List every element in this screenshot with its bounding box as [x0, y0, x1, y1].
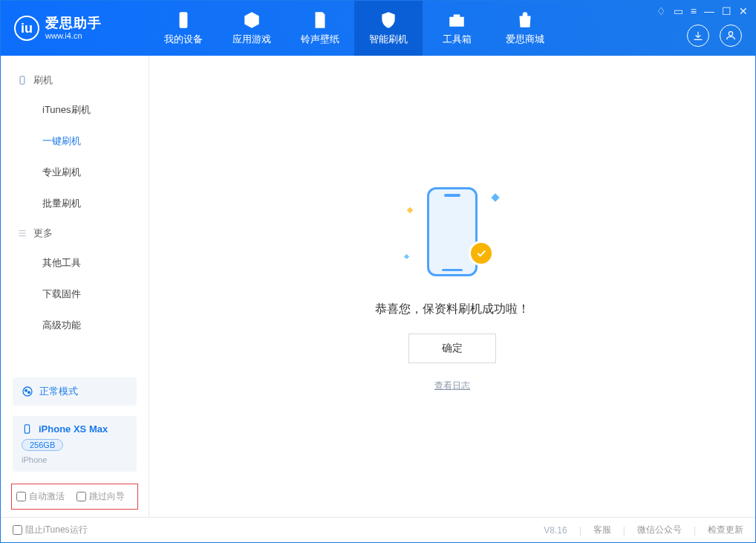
skip-guide-checkbox[interactable]: 跳过向导: [76, 490, 125, 503]
top-tabs: 我的设备 应用游戏 铃声壁纸 智能刷机 工具箱 爱思商城: [149, 1, 559, 56]
ok-button[interactable]: 确定: [408, 334, 496, 363]
tab-label: 铃声壁纸: [301, 33, 339, 46]
success-illustration: [400, 181, 504, 285]
layout-icon[interactable]: ▭: [674, 5, 683, 17]
header: iu 爱思助手 www.i4.cn 我的设备 应用游戏 铃声壁纸 智能刷机: [1, 1, 755, 56]
divider: |: [623, 525, 625, 536]
sidebar-spacer: [1, 341, 149, 370]
prevent-itunes-input[interactable]: [13, 525, 22, 535]
main-content: 恭喜您，保资料刷机成功啦！ 确定 查看日志: [149, 56, 755, 517]
svg-rect-2: [20, 77, 25, 85]
device-name-row: iPhone XS Max: [22, 423, 128, 435]
prevent-itunes-label: 阻止iTunes运行: [25, 524, 88, 536]
sidebar-item-onekey-flash[interactable]: 一键刷机: [1, 126, 149, 157]
flash-options-row: 自动激活 跳过向导: [11, 484, 138, 510]
sidebar-item-download-firmware[interactable]: 下载固件: [1, 279, 149, 310]
footer: 阻止iTunes运行 V8.16 | 客服 | 微信公众号 | 检查更新: [1, 517, 755, 542]
sidebar-item-pro-flash[interactable]: 专业刷机: [1, 157, 149, 188]
group-title: 刷机: [33, 74, 53, 87]
svg-rect-0: [180, 12, 188, 28]
version-label: V8.16: [544, 525, 567, 536]
skip-guide-label: 跳过向导: [89, 490, 125, 503]
svg-rect-6: [25, 425, 29, 433]
device-icon: [174, 10, 193, 30]
close-button[interactable]: ✕: [739, 5, 748, 17]
phone-illustration: [427, 187, 478, 276]
app-name-en: www.i4.cn: [45, 31, 102, 40]
user-icon: [725, 30, 737, 42]
tab-label: 我的设备: [164, 33, 203, 46]
tab-label: 爱思商城: [506, 33, 544, 46]
wechat-link[interactable]: 微信公众号: [637, 524, 682, 536]
bag-icon: [515, 10, 535, 30]
body: 刷机 iTunes刷机 一键刷机 专业刷机 批量刷机 更多 其他工具 下载固件 …: [1, 56, 755, 517]
mode-label: 正常模式: [39, 385, 78, 398]
minimize-button[interactable]: —: [704, 5, 714, 17]
check-icon: [475, 247, 487, 259]
spark-icon: [407, 207, 413, 212]
tab-smart-flash[interactable]: 智能刷机: [354, 1, 423, 56]
view-log-link[interactable]: 查看日志: [434, 380, 470, 392]
user-button[interactable]: [720, 25, 742, 47]
tab-label: 智能刷机: [369, 33, 408, 46]
app-window: iu 爱思助手 www.i4.cn 我的设备 应用游戏 铃声壁纸 智能刷机: [0, 0, 756, 543]
download-icon: [692, 30, 704, 42]
check-badge-icon: [469, 241, 494, 266]
svg-point-5: [28, 391, 30, 394]
phone-icon: [17, 75, 27, 85]
group-title: 更多: [33, 227, 53, 240]
spark-icon: [491, 193, 499, 201]
sidebar-group-more: 更多: [1, 219, 149, 247]
list-icon: [17, 228, 27, 238]
mode-icon: [22, 386, 33, 397]
logo: iu 爱思助手 www.i4.cn: [1, 16, 149, 41]
window-controls: ♢ ▭ ≡ — ☐ ✕: [656, 5, 748, 17]
divider: |: [579, 525, 581, 536]
footer-right: V8.16 | 客服 | 微信公众号 | 检查更新: [544, 524, 743, 536]
sidebar-item-itunes-flash[interactable]: iTunes刷机: [1, 94, 149, 126]
divider: |: [694, 525, 696, 536]
sidebar-item-other-tools[interactable]: 其他工具: [1, 247, 149, 279]
tab-label: 工具箱: [443, 33, 472, 46]
device-name: iPhone XS Max: [39, 423, 108, 435]
shirt-icon[interactable]: ♢: [656, 5, 666, 17]
music-file-icon: [310, 10, 330, 30]
tab-ringtones-wallpapers[interactable]: 铃声壁纸: [286, 1, 354, 56]
tab-store[interactable]: 爱思商城: [491, 1, 559, 56]
sidebar: 刷机 iTunes刷机 一键刷机 专业刷机 批量刷机 更多 其他工具 下载固件 …: [1, 56, 149, 517]
auto-activate-input[interactable]: [16, 492, 26, 501]
device-box[interactable]: iPhone XS Max 256GB iPhone: [13, 416, 137, 472]
logo-icon: iu: [14, 16, 39, 41]
menu-icon[interactable]: ≡: [691, 5, 697, 17]
tab-apps-games[interactable]: 应用游戏: [218, 1, 286, 56]
sidebar-group-flash: 刷机: [1, 66, 149, 94]
success-message: 恭喜您，保资料刷机成功啦！: [375, 302, 529, 317]
check-update-link[interactable]: 检查更新: [708, 524, 743, 536]
tab-my-device[interactable]: 我的设备: [149, 1, 218, 56]
spark-icon: [404, 253, 409, 259]
maximize-button[interactable]: ☐: [722, 5, 731, 17]
download-button[interactable]: [687, 25, 709, 47]
svg-point-1: [729, 32, 732, 36]
refresh-shield-icon: [379, 10, 398, 30]
mode-box[interactable]: 正常模式: [13, 377, 137, 406]
phone-small-icon: [22, 423, 33, 435]
tab-label: 应用游戏: [232, 33, 271, 46]
customer-service-link[interactable]: 客服: [593, 524, 611, 536]
sidebar-item-advanced[interactable]: 高级功能: [1, 310, 149, 341]
svg-point-4: [25, 389, 27, 391]
toolbox-icon: [447, 10, 466, 30]
tab-toolbox[interactable]: 工具箱: [423, 1, 491, 56]
svg-point-3: [23, 387, 32, 396]
prevent-itunes-checkbox[interactable]: 阻止iTunes运行: [13, 524, 88, 536]
device-type: iPhone: [22, 455, 128, 464]
app-name-cn: 爱思助手: [45, 16, 102, 31]
skip-guide-input[interactable]: [76, 492, 86, 501]
auto-activate-checkbox[interactable]: 自动激活: [16, 490, 65, 503]
cube-icon: [242, 10, 261, 30]
device-storage: 256GB: [22, 439, 63, 451]
header-right-buttons: [687, 25, 742, 47]
logo-text: 爱思助手 www.i4.cn: [45, 16, 102, 40]
sidebar-item-batch-flash[interactable]: 批量刷机: [1, 188, 149, 219]
auto-activate-label: 自动激活: [29, 490, 65, 503]
